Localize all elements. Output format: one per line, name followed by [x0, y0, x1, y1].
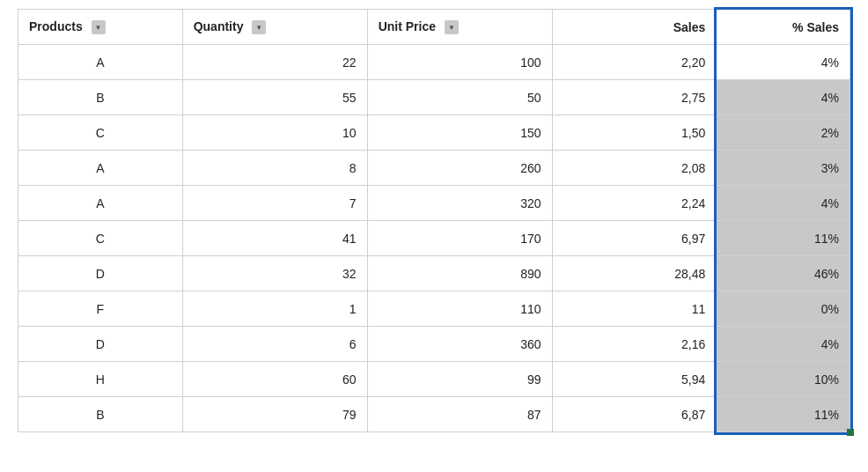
cell-unit-price: 260 — [367, 151, 552, 186]
cell-unit-price: 87 — [367, 397, 552, 432]
table-row: C411706,9711% — [18, 221, 850, 256]
cell-sales: 6,87 — [552, 397, 717, 432]
cell-product: B — [18, 80, 183, 115]
header-unit-price-label: Unit Price — [379, 19, 436, 33]
header-products: Products — [18, 10, 183, 45]
cell-quantity: 55 — [182, 80, 367, 115]
cell-sales: 2,08 — [552, 151, 717, 186]
cell-unit-price: 110 — [367, 291, 552, 327]
cell-percent-sales: 4% — [717, 80, 850, 115]
cell-percent-sales: 0% — [717, 291, 850, 327]
cell-quantity: 22 — [182, 45, 367, 80]
cell-product: C — [18, 221, 183, 256]
header-quantity: Quantity — [182, 10, 367, 45]
table-row: F1110110% — [18, 291, 850, 327]
cell-quantity: 41 — [182, 221, 367, 256]
cell-quantity: 8 — [182, 151, 367, 186]
cell-percent-sales: 4% — [717, 45, 850, 80]
header-quantity-label: Quantity — [194, 19, 244, 33]
cell-unit-price: 890 — [367, 256, 552, 291]
cell-sales: 1,50 — [552, 115, 717, 151]
spreadsheet-container: Products Quantity Unit Price Sales — [0, 0, 868, 472]
cell-unit-price: 320 — [367, 186, 552, 221]
products-filter-icon[interactable] — [92, 20, 106, 34]
cell-quantity: 7 — [182, 186, 367, 221]
table-row: B79876,8711% — [18, 397, 850, 432]
header-percent-sales: % Sales — [717, 10, 850, 45]
cell-unit-price: 99 — [367, 362, 552, 397]
table-row: D3289028,4846% — [18, 256, 850, 291]
cell-quantity: 6 — [182, 327, 367, 362]
cell-percent-sales: 46% — [717, 256, 850, 291]
unit-price-filter-icon[interactable] — [445, 20, 459, 34]
quantity-filter-icon[interactable] — [252, 20, 266, 34]
cell-sales: 5,94 — [552, 362, 717, 397]
header-sales-label: Sales — [673, 20, 706, 34]
table-row: A82602,083% — [18, 151, 850, 186]
cell-quantity: 10 — [182, 115, 367, 151]
cell-unit-price: 170 — [367, 221, 552, 256]
cell-sales: 2,75 — [552, 80, 717, 115]
cell-product: D — [18, 256, 183, 291]
data-table: Products Quantity Unit Price Sales — [18, 9, 850, 432]
header-unit-price: Unit Price — [367, 10, 552, 45]
cell-sales: 28,48 — [552, 256, 717, 291]
cell-percent-sales: 11% — [717, 397, 850, 432]
cell-unit-price: 360 — [367, 327, 552, 362]
table-row: A221002,204% — [18, 45, 850, 80]
cell-product: F — [18, 291, 183, 327]
cell-percent-sales: 4% — [717, 186, 850, 221]
table-row: B55502,754% — [18, 80, 850, 115]
cell-quantity: 79 — [182, 397, 367, 432]
cell-sales: 2,16 — [552, 327, 717, 362]
table-row: D63602,164% — [18, 327, 850, 362]
cell-unit-price: 100 — [367, 45, 552, 80]
cell-sales: 6,97 — [552, 221, 717, 256]
table-row: C101501,502% — [18, 115, 850, 151]
cell-product: C — [18, 115, 183, 151]
cell-unit-price: 150 — [367, 115, 552, 151]
cell-sales: 2,24 — [552, 186, 717, 221]
cell-product: A — [18, 45, 183, 80]
header-products-label: Products — [29, 19, 83, 33]
cell-sales: 2,20 — [552, 45, 717, 80]
cell-percent-sales: 4% — [717, 327, 850, 362]
cell-product: B — [18, 397, 183, 432]
cell-product: H — [18, 362, 183, 397]
cell-percent-sales: 2% — [717, 115, 850, 151]
cell-quantity: 32 — [182, 256, 367, 291]
cell-quantity: 1 — [182, 291, 367, 327]
cell-percent-sales: 11% — [717, 221, 850, 256]
cell-quantity: 60 — [182, 362, 367, 397]
cell-product: D — [18, 327, 183, 362]
cell-product: A — [18, 151, 183, 186]
cell-sales: 11 — [552, 291, 717, 327]
table-row: A73202,244% — [18, 186, 850, 221]
header-percent-sales-label: % Sales — [792, 20, 839, 34]
table-row: H60995,9410% — [18, 362, 850, 397]
cell-percent-sales: 3% — [717, 151, 850, 186]
cell-unit-price: 50 — [367, 80, 552, 115]
cell-product: A — [18, 186, 183, 221]
cell-percent-sales: 10% — [717, 362, 850, 397]
header-sales: Sales — [552, 10, 717, 45]
